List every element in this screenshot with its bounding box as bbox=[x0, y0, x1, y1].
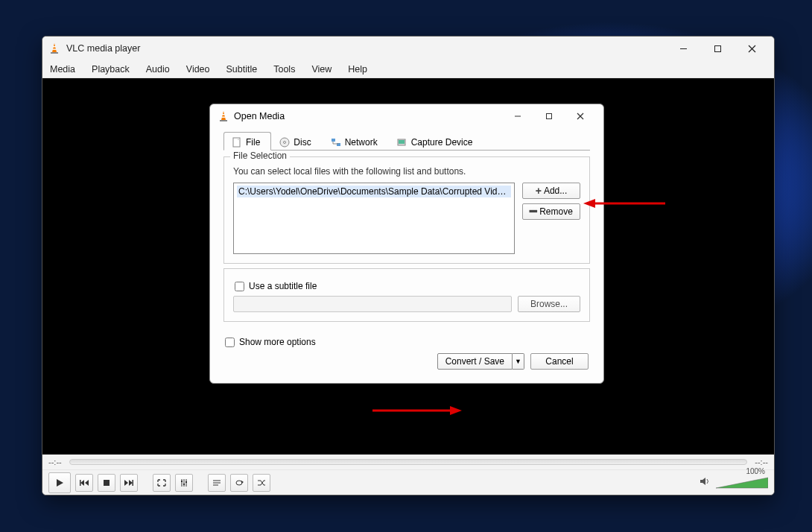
dialog-minimize-button[interactable] bbox=[502, 106, 533, 127]
svg-rect-3 bbox=[52, 49, 56, 50]
disc-icon bbox=[279, 137, 290, 148]
main-menubar: Media Playback Audio Video Subtitle Tool… bbox=[42, 60, 774, 78]
tab-file-label: File bbox=[246, 137, 260, 148]
minus-icon: ━ bbox=[530, 209, 537, 215]
plus-icon: + bbox=[536, 187, 542, 194]
remove-button[interactable]: ━Remove bbox=[522, 203, 580, 220]
convert-save-label[interactable]: Convert / Save bbox=[437, 353, 513, 370]
svg-marker-27 bbox=[716, 478, 768, 488]
file-selection-legend: File Selection bbox=[230, 151, 290, 161]
subtitle-path-input bbox=[233, 296, 512, 312]
main-titlebar[interactable]: VLC media player bbox=[42, 37, 774, 60]
menu-tools[interactable]: Tools bbox=[270, 63, 298, 76]
tabstrip: File Disc Network Capture Device bbox=[223, 131, 590, 151]
tab-file[interactable]: File bbox=[223, 132, 271, 151]
file-icon bbox=[232, 137, 242, 148]
tab-disc[interactable]: Disc bbox=[271, 132, 322, 151]
prev-button[interactable] bbox=[75, 474, 93, 492]
fullscreen-button[interactable] bbox=[153, 474, 171, 492]
volume-label: 100% bbox=[746, 467, 765, 475]
subtitle-checkbox[interactable] bbox=[235, 282, 244, 291]
convert-save-dropdown[interactable]: ▼ bbox=[513, 353, 524, 370]
svg-marker-25 bbox=[241, 481, 244, 484]
add-button[interactable]: +Add... bbox=[522, 183, 580, 199]
time-total: --:-- bbox=[755, 457, 768, 466]
menu-audio[interactable]: Audio bbox=[143, 63, 173, 76]
svg-rect-1 bbox=[51, 52, 58, 54]
file-selection-group: File Selection You can select local file… bbox=[223, 156, 590, 264]
svg-rect-30 bbox=[222, 114, 225, 115]
show-more-options-checkbox[interactable] bbox=[225, 338, 235, 347]
menu-help[interactable]: Help bbox=[345, 63, 370, 76]
file-list[interactable]: C:\Users\Yodel\OneDrive\Documents\Sample… bbox=[233, 183, 515, 254]
svg-rect-2 bbox=[53, 46, 56, 47]
convert-save-button[interactable]: Convert / Save ▼ bbox=[437, 353, 524, 370]
vlc-cone-icon bbox=[218, 110, 229, 122]
cancel-button[interactable]: Cancel bbox=[530, 353, 589, 370]
menu-subtitle[interactable]: Subtitle bbox=[223, 63, 261, 76]
seek-slider[interactable] bbox=[69, 459, 748, 465]
file-list-item[interactable]: C:\Users\Yodel\OneDrive\Documents\Sample… bbox=[237, 186, 511, 197]
svg-rect-33 bbox=[547, 114, 552, 119]
dialog-close-button[interactable] bbox=[565, 106, 596, 127]
svg-marker-0 bbox=[52, 43, 57, 52]
svg-rect-40 bbox=[332, 139, 335, 142]
main-close-button[interactable] bbox=[735, 37, 768, 60]
svg-marker-26 bbox=[700, 478, 705, 485]
svg-marker-13 bbox=[124, 480, 128, 486]
shuffle-button[interactable] bbox=[253, 474, 270, 492]
dialog-title: Open Media bbox=[234, 111, 502, 121]
volume-slider[interactable] bbox=[716, 476, 768, 490]
tab-network-label: Network bbox=[345, 137, 378, 148]
loop-button[interactable] bbox=[230, 474, 248, 492]
svg-marker-14 bbox=[129, 480, 133, 486]
tab-network[interactable]: Network bbox=[323, 132, 389, 151]
file-selection-hint: You can select local files with the foll… bbox=[233, 166, 580, 177]
browse-button: Browse... bbox=[518, 296, 580, 312]
menu-view[interactable]: View bbox=[308, 63, 334, 76]
menu-playback[interactable]: Playback bbox=[89, 63, 133, 76]
tab-capture-label: Capture Device bbox=[411, 137, 473, 148]
stop-button[interactable] bbox=[98, 474, 115, 492]
svg-rect-10 bbox=[80, 480, 81, 486]
dialog-maximize-button[interactable] bbox=[533, 106, 565, 127]
svg-marker-11 bbox=[85, 480, 89, 486]
seek-row: --:-- --:-- bbox=[42, 455, 774, 469]
main-minimize-button[interactable] bbox=[667, 37, 700, 60]
svg-rect-19 bbox=[181, 481, 183, 482]
svg-rect-5 bbox=[714, 45, 720, 51]
play-button[interactable] bbox=[48, 472, 71, 493]
network-icon bbox=[331, 137, 341, 148]
tab-disc-label: Disc bbox=[294, 137, 311, 148]
ext-settings-button[interactable] bbox=[175, 474, 193, 492]
show-more-options-label: Show more options bbox=[239, 337, 316, 347]
vlc-cone-icon bbox=[48, 42, 60, 54]
svg-marker-8 bbox=[57, 479, 63, 487]
next-button[interactable] bbox=[120, 474, 138, 492]
main-title: VLC media player bbox=[66, 43, 667, 54]
svg-rect-20 bbox=[183, 484, 185, 485]
tab-capture[interactable]: Capture Device bbox=[389, 132, 484, 151]
dialog-titlebar[interactable]: Open Media bbox=[210, 104, 603, 128]
svg-rect-21 bbox=[185, 481, 187, 483]
menu-media[interactable]: Media bbox=[47, 63, 78, 76]
capture-icon bbox=[397, 137, 407, 148]
svg-rect-29 bbox=[220, 120, 227, 121]
open-media-dialog: Open Media File Disc Network Capture Dev bbox=[209, 104, 604, 384]
svg-marker-28 bbox=[221, 111, 226, 120]
main-maximize-button[interactable] bbox=[701, 37, 734, 60]
controls-row: 100% bbox=[42, 469, 774, 495]
subtitle-group: Use a subtitle file Browse... bbox=[223, 268, 590, 322]
svg-rect-43 bbox=[399, 140, 405, 144]
playlist-button[interactable] bbox=[208, 474, 226, 492]
subtitle-checkbox-label: Use a subtitle file bbox=[249, 281, 317, 291]
svg-rect-15 bbox=[133, 480, 134, 486]
svg-point-39 bbox=[284, 142, 286, 144]
svg-rect-31 bbox=[221, 117, 225, 118]
menu-video[interactable]: Video bbox=[183, 63, 213, 76]
svg-rect-12 bbox=[104, 480, 110, 486]
svg-marker-9 bbox=[80, 480, 84, 486]
speaker-icon[interactable] bbox=[700, 476, 711, 490]
time-elapsed: --:-- bbox=[48, 457, 62, 466]
